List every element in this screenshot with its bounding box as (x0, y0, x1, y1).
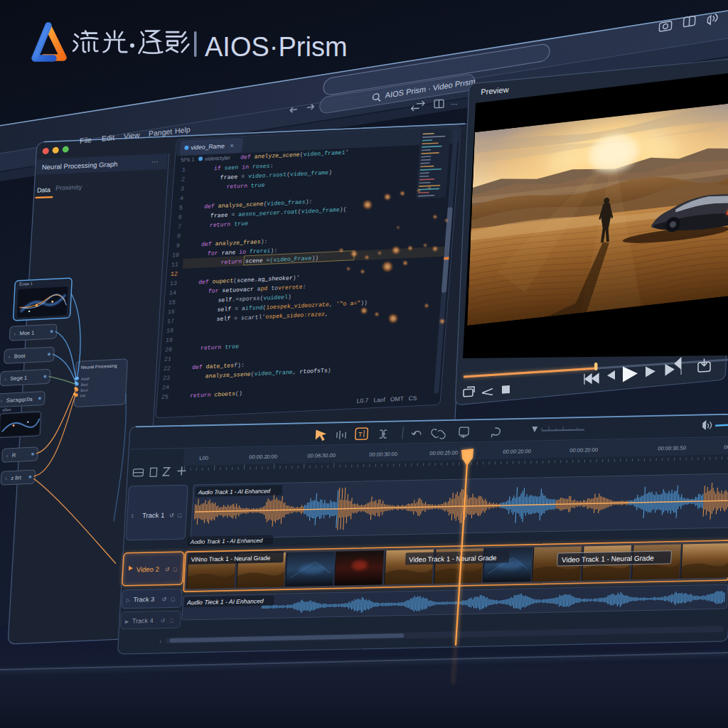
svg-text:↺: ↺ (161, 618, 166, 624)
svg-text:↺: ↺ (165, 567, 170, 573)
svg-text:00:00:30:00: 00:00:30:00 (369, 451, 397, 458)
svg-text:20: 20 (165, 346, 173, 353)
svg-text:18: 18 (166, 327, 174, 334)
svg-text:5P6 1: 5P6 1 (181, 156, 195, 164)
svg-text:□: □ (173, 566, 177, 572)
svg-text:⋯: ⋯ (451, 100, 458, 108)
svg-text:File: File (80, 135, 92, 145)
svg-text:↺: ↺ (161, 596, 166, 603)
svg-text:videoctyler: videoctyler (205, 154, 231, 162)
svg-text:Track 1: Track 1 (142, 511, 165, 520)
svg-text:25: 25 (161, 393, 169, 400)
svg-text:6: 6 (178, 214, 183, 221)
svg-text:17: 17 (167, 318, 175, 325)
svg-text:□: □ (170, 617, 173, 623)
svg-text:00:00:30.50: 00:00:30.50 (658, 445, 686, 452)
svg-text:▶: ▶ (125, 619, 129, 624)
svg-text:22: 22 (164, 365, 171, 373)
svg-text:▷: ▷ (126, 598, 130, 603)
svg-text:AIOS·Prism: AIOS·Prism (205, 32, 348, 62)
svg-text:Proximity: Proximity (55, 183, 82, 192)
svg-text:00:00.20:00: 00:00.20:00 (249, 454, 277, 461)
svg-text:00:: 00: (724, 444, 728, 450)
svg-text:Track 4: Track 4 (132, 617, 154, 625)
svg-text:11: 11 (171, 261, 179, 268)
svg-text:Sege 1: Sege 1 (10, 375, 27, 382)
svg-text:Data: Data (37, 186, 51, 194)
svg-text:Adaft: Adaft (81, 376, 90, 381)
svg-text:1: 1 (182, 166, 186, 173)
svg-text:Edit: Edit (102, 133, 114, 143)
svg-text:5: 5 (179, 204, 183, 211)
svg-text:bat: bat (80, 393, 86, 397)
svg-text:23: 23 (163, 375, 171, 382)
svg-text:u0eo: u0eo (2, 407, 11, 412)
svg-text:15: 15 (168, 299, 176, 306)
svg-text:□: □ (171, 596, 174, 602)
svg-text:⋯: ⋯ (151, 158, 159, 166)
svg-text:9: 9 (176, 242, 181, 250)
svg-text:Eoqa 1: Eoqa 1 (19, 282, 33, 287)
svg-text:T: T (358, 431, 363, 438)
svg-text:Boot: Boot (14, 353, 26, 360)
svg-text:12: 12 (171, 271, 178, 278)
svg-text:L00: L00 (199, 455, 208, 461)
svg-text:10: 10 (172, 252, 180, 259)
svg-text:13: 13 (170, 280, 178, 287)
svg-text:2: 2 (181, 176, 186, 183)
svg-text:16: 16 (168, 309, 176, 316)
svg-text:1: 1 (131, 513, 134, 518)
svg-text:R: R (12, 452, 16, 459)
svg-text:8: 8 (177, 232, 181, 240)
svg-text:Best: Best (81, 382, 89, 387)
svg-text:00:00:20:00: 00:00:20:00 (569, 446, 598, 454)
svg-text:Help: Help (175, 125, 191, 135)
svg-text:19: 19 (166, 337, 173, 344)
svg-text:4: 4 (180, 195, 184, 202)
svg-text:Track 3: Track 3 (133, 596, 154, 604)
svg-text:↺: ↺ (169, 513, 174, 519)
svg-text:□: □ (178, 512, 181, 518)
svg-text:21: 21 (164, 355, 172, 363)
svg-text:00:00:20:00: 00:00:20:00 (503, 448, 531, 455)
svg-text:View: View (124, 130, 140, 140)
svg-text:Moe 1: Moe 1 (19, 329, 34, 336)
svg-text:00:00:25:00: 00:00:25:00 (429, 449, 458, 456)
svg-text:14: 14 (169, 289, 177, 296)
svg-text:Video 2: Video 2 (136, 565, 160, 574)
svg-text:3: 3 (181, 186, 185, 193)
svg-text:00:06:30.00: 00:06:30.00 (307, 452, 336, 459)
svg-text:Sacsgqc0s: Sacsgqc0s (6, 396, 33, 404)
svg-text:Boot: Boot (80, 387, 88, 392)
svg-text:7: 7 (178, 223, 182, 230)
svg-text:×: × (230, 142, 234, 149)
svg-text:z 8rt: z 8rt (11, 474, 22, 481)
svg-text:24: 24 (162, 384, 170, 391)
